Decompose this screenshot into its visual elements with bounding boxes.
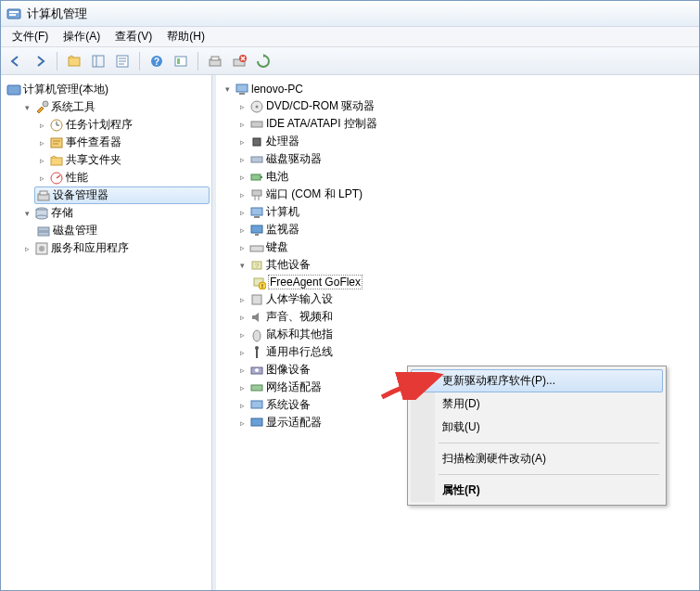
expander-icon[interactable]: ▹ <box>236 242 248 253</box>
toolbar-show-hide-button[interactable] <box>87 50 109 72</box>
expander-icon[interactable]: ▹ <box>36 137 47 148</box>
toolbar-scan-button[interactable] <box>204 50 226 72</box>
right-tree-pane[interactable]: ▾ lenovo-PC ▹DVD/CD-ROM 驱动器 ▹IDE ATA/ATA… <box>212 75 699 590</box>
device-manager-label: 设备管理器 <box>53 187 108 203</box>
expander-icon[interactable]: ▹ <box>236 189 248 200</box>
expander-icon[interactable]: ▹ <box>236 225 248 236</box>
expander-icon[interactable]: ▹ <box>236 119 248 130</box>
ports-label: 端口 (COM 和 LPT) <box>266 186 363 202</box>
usb-node[interactable]: ▹通用串行总线 <box>235 343 697 361</box>
imaging-label: 图像设备 <box>266 362 311 378</box>
expander-icon[interactable]: ▹ <box>236 101 248 112</box>
system-tools-node[interactable]: ▾ 系统工具 <box>19 98 210 116</box>
toolbar-up-button[interactable] <box>63 50 85 72</box>
left-root-node[interactable]: 计算机管理(本地) <box>5 81 210 98</box>
clock-icon <box>49 118 64 133</box>
mouse-node[interactable]: ▹鼠标和其他指 <box>235 326 697 343</box>
menu-file[interactable]: 文件(F) <box>5 27 56 46</box>
ide-node[interactable]: ▹IDE ATA/ATAPI 控制器 <box>235 115 697 133</box>
context-menu-scan[interactable]: 扫描检测硬件改动(A) <box>411 447 663 470</box>
monitor-node[interactable]: ▹监视器 <box>235 221 697 238</box>
ports-node[interactable]: ▹端口 (COM 和 LPT) <box>235 186 697 203</box>
expander-icon[interactable]: ▹ <box>236 294 248 305</box>
svg-rect-28 <box>51 158 62 165</box>
cpu-node[interactable]: ▹处理器 <box>235 133 697 150</box>
expander-icon[interactable]: ▹ <box>236 172 248 183</box>
expander-icon[interactable]: ▹ <box>236 207 248 218</box>
svg-rect-2 <box>9 14 16 16</box>
menu-view[interactable]: 查看(V) <box>108 27 159 46</box>
context-menu-uninstall[interactable]: 卸载(U) <box>411 416 663 439</box>
expander-icon[interactable]: ▹ <box>236 365 248 376</box>
expander-icon[interactable]: ▾ <box>236 260 248 271</box>
other-devices-node[interactable]: ▾?其他设备 <box>235 256 697 274</box>
svg-rect-41 <box>239 93 245 95</box>
context-menu-update-driver[interactable]: 更新驱动程序软件(P)... <box>411 369 663 392</box>
sound-node[interactable]: ▹声音、视频和 <box>235 308 697 326</box>
toolbar-help-button[interactable]: ? <box>146 50 168 72</box>
context-menu-disable[interactable]: 禁用(D) <box>411 392 663 416</box>
expander-icon[interactable]: ▹ <box>236 136 248 148</box>
expander-icon[interactable]: ▾ <box>21 102 32 113</box>
context-menu-properties[interactable]: 属性(R) <box>411 479 663 502</box>
expander-icon[interactable]: ▹ <box>236 154 248 165</box>
expander-icon[interactable]: ▹ <box>236 418 248 429</box>
performance-icon <box>49 171 64 186</box>
toolbar-update-button[interactable] <box>252 50 274 72</box>
device-manager-node[interactable]: 设备管理器 <box>34 186 210 204</box>
sound-label: 声音、视频和 <box>266 309 333 325</box>
expander-icon[interactable]: ▹ <box>236 329 248 340</box>
left-tree-pane[interactable]: 计算机管理(本地) ▾ 系统工具 ▹ <box>1 75 212 590</box>
expander-icon[interactable]: ▹ <box>236 312 248 323</box>
toolbar-back-button[interactable] <box>5 50 27 72</box>
other-device-item[interactable]: ! FreeAgent GoFlex <box>249 274 697 290</box>
expander-icon[interactable]: ▹ <box>36 120 47 131</box>
svg-rect-52 <box>251 208 262 215</box>
storage-node[interactable]: ▾ 存储 <box>19 204 210 222</box>
task-scheduler-node[interactable]: ▹ 任务计划程序 <box>34 116 210 134</box>
svg-text:?: ? <box>255 262 260 270</box>
battery-node[interactable]: ▹电池 <box>235 168 697 186</box>
expander-icon[interactable]: ▾ <box>21 208 32 219</box>
expander-icon[interactable]: ▹ <box>236 347 248 358</box>
ide-label: IDE ATA/ATAPI 控制器 <box>266 116 377 132</box>
event-viewer-node[interactable]: ▹ 事件查看器 <box>34 134 210 151</box>
services-apps-node[interactable]: ▹ 服务和应用程序 <box>19 239 210 257</box>
computer-icon <box>249 205 264 220</box>
svg-rect-36 <box>38 227 49 231</box>
context-menu: 更新驱动程序软件(P)... 禁用(D) 卸载(U) 扫描检测硬件改动(A) 属… <box>407 366 667 506</box>
computer-root-node[interactable]: ▾ lenovo-PC <box>220 81 697 97</box>
expander-icon[interactable]: ▾ <box>222 84 233 95</box>
dvd-node[interactable]: ▹DVD/CD-ROM 驱动器 <box>235 97 697 115</box>
other-devices-icon: ? <box>249 258 264 273</box>
toolbar-forward-button[interactable] <box>29 50 51 72</box>
svg-rect-45 <box>253 138 261 146</box>
monitor-label: 监视器 <box>266 222 299 238</box>
toolbar-refresh-button[interactable] <box>170 50 192 72</box>
hid-node[interactable]: ▹人体学输入设 <box>235 290 697 308</box>
shared-folders-node[interactable]: ▹ 共享文件夹 <box>34 151 210 169</box>
ide-icon <box>249 117 264 132</box>
storage-icon <box>34 206 49 221</box>
expander-icon[interactable]: ▹ <box>36 173 47 184</box>
expander-icon[interactable]: ▹ <box>21 243 32 254</box>
expander-icon[interactable]: ▹ <box>236 382 248 393</box>
toolbar-uninstall-button[interactable] <box>228 50 250 72</box>
keyboard-node[interactable]: ▹键盘 <box>235 238 697 256</box>
svg-rect-49 <box>252 190 261 196</box>
shared-folder-icon <box>49 153 64 168</box>
toolbar-properties-button[interactable] <box>111 50 134 72</box>
svg-rect-12 <box>175 57 186 66</box>
expander-icon[interactable]: ▹ <box>236 400 248 411</box>
menu-help[interactable]: 帮助(H) <box>159 27 212 46</box>
svg-rect-32 <box>40 191 47 195</box>
svg-point-43 <box>256 105 259 108</box>
context-menu-separator <box>439 474 659 475</box>
disk-management-node[interactable]: 磁盘管理 <box>34 222 210 239</box>
menu-action[interactable]: 操作(A) <box>56 27 108 46</box>
computer-category-node[interactable]: ▹计算机 <box>235 203 697 221</box>
performance-node[interactable]: ▹ 性能 <box>34 169 210 186</box>
expander-icon[interactable]: ▹ <box>36 155 47 166</box>
disk-drives-node[interactable]: ▹磁盘驱动器 <box>235 150 697 168</box>
battery-icon <box>249 170 264 185</box>
